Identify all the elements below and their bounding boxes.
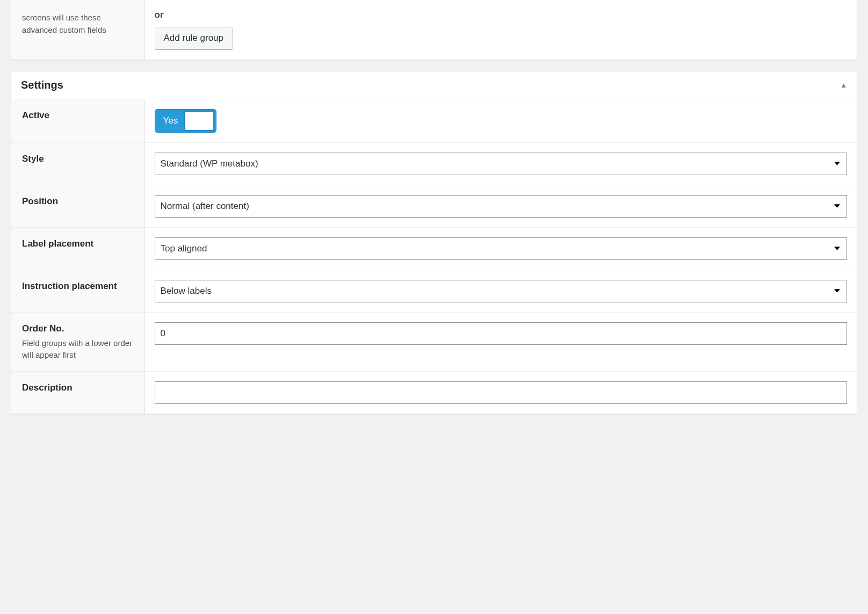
location-input-cell: or Add rule group bbox=[144, 0, 857, 60]
active-label-cell: Active bbox=[11, 99, 144, 143]
active-toggle-slider bbox=[184, 111, 214, 131]
position-label: Position bbox=[22, 195, 134, 208]
description-input[interactable] bbox=[155, 381, 848, 404]
position-input-cell: Normal (after content) bbox=[144, 185, 857, 227]
style-label-cell: Style bbox=[11, 142, 144, 185]
label-placement-label: Label placement bbox=[22, 237, 134, 250]
order-no-input[interactable] bbox=[155, 322, 848, 345]
order-no-label-cell: Order No. Field groups with a lower orde… bbox=[11, 312, 144, 371]
label-placement-label-cell: Label placement bbox=[11, 227, 144, 270]
add-rule-group-button[interactable]: Add rule group bbox=[155, 27, 233, 50]
style-label: Style bbox=[22, 153, 134, 165]
instruction-placement-label: Instruction placement bbox=[22, 280, 134, 293]
style-select[interactable]: Standard (WP metabox) bbox=[155, 153, 848, 175]
settings-panel-title: Settings bbox=[21, 79, 63, 91]
style-input-cell: Standard (WP metabox) bbox=[144, 142, 857, 185]
instruction-placement-input-cell: Below labels bbox=[144, 270, 857, 312]
settings-header: Settings ▲ bbox=[11, 71, 857, 99]
location-description-partial: screens will use these advanced custom f… bbox=[22, 12, 134, 36]
active-toggle-value: Yes bbox=[157, 115, 185, 126]
order-no-input-cell bbox=[144, 312, 857, 371]
position-select[interactable]: Normal (after content) bbox=[155, 195, 848, 218]
order-no-label: Order No. bbox=[22, 322, 134, 335]
instruction-placement-select[interactable]: Below labels bbox=[155, 280, 848, 302]
active-label: Active bbox=[22, 109, 134, 122]
description-label: Description bbox=[22, 381, 134, 394]
location-rules-panel: screens will use these advanced custom f… bbox=[11, 0, 857, 60]
active-toggle[interactable]: Yes bbox=[155, 109, 217, 133]
or-text: or bbox=[155, 10, 848, 20]
settings-panel: Settings ▲ Active Yes Style bbox=[11, 71, 857, 414]
description-input-cell bbox=[144, 371, 857, 414]
instruction-placement-label-cell: Instruction placement bbox=[11, 270, 144, 312]
description-label-cell: Description bbox=[11, 371, 144, 414]
location-label-cell: screens will use these advanced custom f… bbox=[11, 0, 144, 60]
active-input-cell: Yes bbox=[144, 99, 857, 143]
order-no-description: Field groups with a lower order will app… bbox=[22, 337, 134, 362]
label-placement-select[interactable]: Top aligned bbox=[155, 237, 848, 260]
position-label-cell: Position bbox=[11, 185, 144, 227]
collapse-toggle-icon[interactable]: ▲ bbox=[840, 81, 847, 89]
label-placement-input-cell: Top aligned bbox=[144, 227, 857, 270]
